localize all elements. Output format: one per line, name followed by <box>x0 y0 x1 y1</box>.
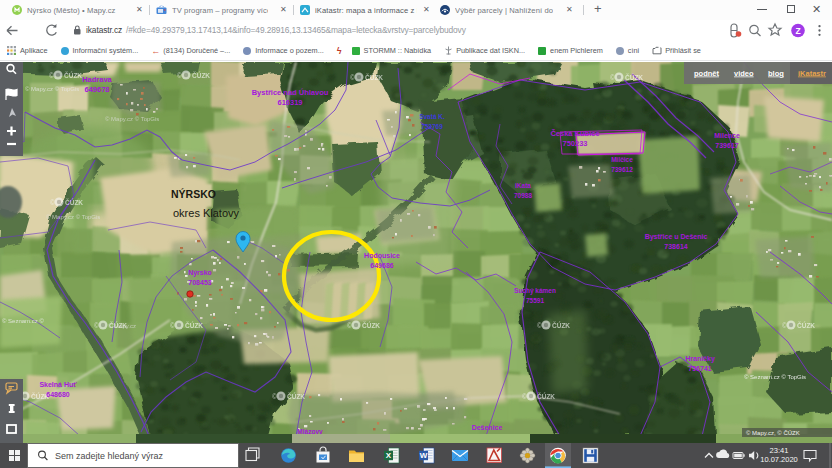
svg-text:23:41: 23:41 <box>770 446 789 455</box>
svg-text:ČÚZK: ČÚZK <box>64 71 82 79</box>
svg-text:video: video <box>734 69 754 78</box>
svg-text:Z: Z <box>795 26 800 36</box>
svg-text:Milčice: Milčice <box>611 156 633 163</box>
svg-text:Česká Kubice: Česká Kubice <box>550 129 599 138</box>
svg-text:©: © <box>537 322 542 329</box>
svg-text:Skelná Huť: Skelná Huť <box>39 381 77 388</box>
svg-text:© Mapy.cz, © ČÚZK: © Mapy.cz, © ČÚZK <box>746 430 800 436</box>
svg-text:Suchý kámen: Suchý kámen <box>514 287 556 295</box>
svg-text:753769: 753769 <box>421 123 443 130</box>
svg-text:/#kde=49.29379,13.17413,14&inf: /#kde=49.29379,13.17413,14&info=49.28916… <box>126 25 467 35</box>
svg-text:W: W <box>420 451 428 460</box>
svg-text:Svatá K.: Svatá K. <box>419 113 445 120</box>
svg-text:©: © <box>350 74 355 81</box>
svg-text:©: © <box>177 72 182 79</box>
svg-text:X: X <box>386 451 392 460</box>
svg-text:Hadrava: Hadrava <box>82 75 112 84</box>
svg-text:© Seznam.cz © TopGis: © Seznam.cz © TopGis <box>744 374 806 380</box>
svg-text:Hraničky: Hraničky <box>685 355 715 363</box>
svg-text:616319: 616319 <box>277 98 302 107</box>
svg-text:ČÚZK: ČÚZK <box>287 392 305 400</box>
svg-text:NÝRSKO: NÝRSKO <box>171 188 216 200</box>
svg-text:© Mapy.cz © TopGis: © Mapy.cz © TopGis <box>25 86 79 92</box>
svg-text:podnět: podnět <box>694 69 719 78</box>
svg-text:ČÚZK: ČÚZK <box>65 198 83 206</box>
svg-text:ČÚZK: ČÚZK <box>192 71 210 79</box>
svg-text:©: © <box>49 72 54 79</box>
svg-text:70988: 70988 <box>514 192 532 199</box>
svg-text:738614: 738614 <box>664 243 687 250</box>
svg-text:Hodousice: Hodousice <box>364 252 400 259</box>
svg-text:blog: blog <box>768 69 784 78</box>
svg-text:Bystřice nad Úhlavou: Bystřice nad Úhlavou <box>252 88 329 97</box>
svg-text:© Mapy.cz © TopGis: © Mapy.cz © TopGis <box>46 214 100 220</box>
svg-text:649686: 649686 <box>370 262 393 269</box>
svg-text:ČÚZK: ČÚZK <box>537 392 555 400</box>
svg-text:©: © <box>522 393 527 400</box>
svg-text:708453: 708453 <box>188 279 211 286</box>
svg-text:ČÚZK: ČÚZK <box>625 73 643 81</box>
svg-text:© Mapy.cz: © Mapy.cz <box>108 323 136 329</box>
svg-text:iKatastr: iKatastr <box>798 69 826 78</box>
svg-text:Milence: Milence <box>714 132 740 139</box>
svg-text:©: © <box>170 322 175 329</box>
svg-text:ČÚZK: ČÚZK <box>365 73 383 81</box>
svg-text:©: © <box>50 199 55 206</box>
svg-text:ČÚZK: ČÚZK <box>362 321 380 329</box>
svg-text:739612: 739612 <box>611 166 633 173</box>
svg-text:ČÚZK: ČÚZK <box>552 321 570 329</box>
svg-text:75591: 75591 <box>526 297 544 304</box>
svg-text:© Mapy.cz © TopGis: © Mapy.cz © TopGis <box>105 116 159 122</box>
svg-text:©: © <box>94 322 99 329</box>
svg-text:Bystřice u Dešenic: Bystřice u Dešenic <box>645 233 708 241</box>
svg-text:750233: 750233 <box>562 139 587 148</box>
svg-text:10.07.2020: 10.07.2020 <box>760 455 798 464</box>
svg-text:ČÚZK: ČÚZK <box>185 321 203 329</box>
svg-text:©: © <box>272 393 277 400</box>
svg-text:iKata: iKata <box>515 182 531 189</box>
svg-text:ČÚZK: ČÚZK <box>797 321 815 329</box>
svg-text:ikatastr.cz: ikatastr.cz <box>86 25 122 35</box>
svg-text:649678: 649678 <box>84 85 109 94</box>
svg-text:© Seznam.cz ©: © Seznam.cz © <box>2 318 44 324</box>
svg-text:okres Klatovy: okres Klatovy <box>173 207 240 219</box>
svg-text:Nýrsko: Nýrsko <box>188 269 212 277</box>
svg-text:648680: 648680 <box>46 391 69 398</box>
svg-text:739617: 739617 <box>715 142 738 149</box>
svg-text:©: © <box>610 74 615 81</box>
svg-text:756741: 756741 <box>688 365 711 372</box>
svg-text:©: © <box>347 322 352 329</box>
svg-text:©: © <box>782 322 787 329</box>
svg-text:Dešenice: Dešenice <box>472 424 503 431</box>
